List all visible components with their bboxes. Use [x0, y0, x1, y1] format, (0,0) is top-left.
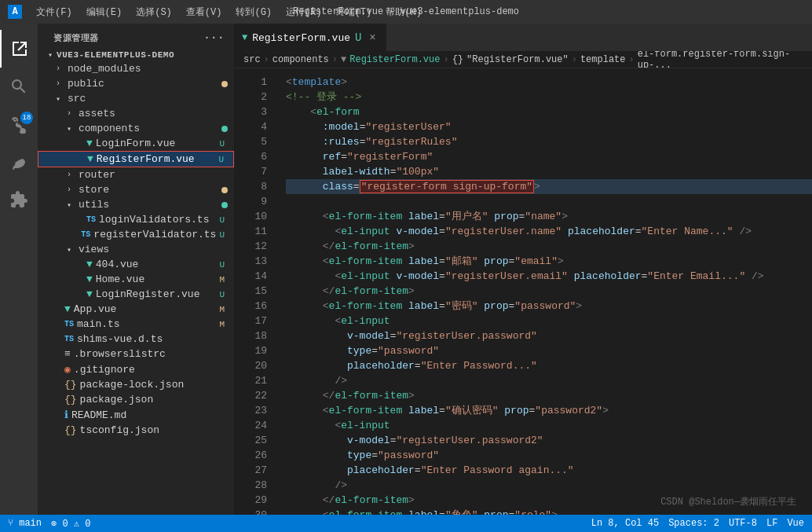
- tree-item-router[interactable]: ›router: [38, 167, 234, 182]
- tree-item-tsconfig.json[interactable]: {}tsconfig.json: [38, 423, 234, 438]
- tree-item-utils[interactable]: ▾utils: [38, 197, 234, 212]
- code-line: <!-- 登录 -->: [286, 90, 812, 105]
- file-label: Home.vue: [96, 273, 217, 285]
- code-line: :rules="registerRules": [286, 134, 812, 149]
- tree-item-assets[interactable]: ›assets: [38, 106, 234, 121]
- tree-item-Home.vue[interactable]: ▼Home.vueM: [38, 272, 234, 287]
- folder-arrow: ▾: [52, 94, 64, 104]
- git-badge: U: [216, 215, 228, 225]
- code-line: [286, 194, 812, 209]
- tree-item-src[interactable]: ▾src: [38, 91, 234, 106]
- code-editor[interactable]: <template><!-- 登录 --> <el-form :model="r…: [273, 68, 812, 515]
- file-label: package.json: [80, 394, 234, 405]
- window-title: RegisterForm.vue - vue3-elementplus-demo: [293, 6, 519, 17]
- git-badge: U: [216, 230, 228, 240]
- git-badge: U: [216, 139, 228, 149]
- code-line: <el-form-item label="确认密码" prop="passwor…: [286, 403, 812, 418]
- code-line: />: [286, 373, 812, 388]
- change-indicator: [221, 126, 228, 132]
- line-number: 2: [234, 90, 267, 105]
- tree-root[interactable]: ▾ VUE3-ELEMENTPLUS-DEMO: [38, 49, 234, 61]
- tree-item-store[interactable]: ›store: [38, 182, 234, 197]
- breadcrumb-template: template: [580, 54, 626, 65]
- menu-item[interactable]: 编辑(E): [80, 2, 129, 22]
- breadcrumb-file-icon: ▼: [341, 54, 346, 65]
- tree-item-views[interactable]: ▾views: [38, 242, 234, 257]
- tab-registerform[interactable]: ▼ RegisterForm.vue U ×: [234, 24, 386, 51]
- menu-item[interactable]: 转到(G): [229, 2, 278, 22]
- git-branch[interactable]: ⑂ main: [8, 518, 42, 529]
- tree-item-RegisterForm.vue[interactable]: ▼RegisterForm.vueU: [38, 151, 234, 167]
- tree-item-LoginRegister.vue[interactable]: ▼LoginRegister.vueU: [38, 287, 234, 302]
- spaces-indicator[interactable]: Spaces: 2: [668, 518, 719, 529]
- search-activity-icon[interactable]: [0, 68, 38, 105]
- tree-item-404.vue[interactable]: ▼404.vueU: [38, 257, 234, 272]
- explorer-activity-icon[interactable]: [0, 30, 38, 68]
- code-line: type="password": [286, 343, 812, 358]
- tree-item-LoginForm.vue[interactable]: ▼LoginForm.vueU: [38, 136, 234, 151]
- tree-item-README.md[interactable]: ℹREADME.md: [38, 407, 234, 423]
- sidebar: 资源管理器 ··· ▾ VUE3-ELEMENTPLUS-DEMO ›node_…: [38, 24, 234, 515]
- breadcrumb-selector: el-form.register-form.sign-up-...: [638, 51, 803, 68]
- menu-item[interactable]: 查看(V): [180, 2, 229, 22]
- line-number: 26: [234, 448, 267, 463]
- code-line: <template>: [286, 75, 812, 90]
- tree-item-package-lock.json[interactable]: {}package-lock.json: [38, 377, 234, 392]
- menu-item[interactable]: 文件(F): [30, 2, 79, 22]
- tree-item-shims-vue.d.ts[interactable]: TSshims-vue.d.ts: [38, 332, 234, 347]
- line-number: 10: [234, 209, 267, 224]
- file-type-icon: ℹ: [64, 409, 68, 421]
- tree-item-package.json[interactable]: {}package.json: [38, 392, 234, 407]
- root-arrow: ▾: [44, 50, 57, 60]
- tree-item-gitignore[interactable]: ◉.gitignore: [38, 361, 234, 377]
- sidebar-menu-button[interactable]: ···: [203, 31, 225, 44]
- tree-item-components[interactable]: ▾components: [38, 121, 234, 136]
- tree-item-registerValidator.ts[interactable]: TSregisterValidator.tsU: [38, 227, 234, 242]
- tree-item-browserslistrc[interactable]: ≡.browserslistrc: [38, 347, 234, 361]
- code-line: <el-form-item label="邮箱" prop="email">: [286, 254, 812, 269]
- code-line: <el-input v-model="registerUser.email" p…: [286, 269, 812, 284]
- tree-item-App.vue[interactable]: ▼App.vueM: [38, 302, 234, 317]
- extensions-activity-icon[interactable]: [0, 181, 38, 218]
- code-container: 1234567891011121314151617181920212223242…: [234, 68, 812, 515]
- tree-item-public[interactable]: ›public: [38, 76, 234, 91]
- tree-item-loginValidators.ts[interactable]: TSloginValidators.tsU: [38, 212, 234, 227]
- line-number: 28: [234, 478, 267, 493]
- line-number: 13: [234, 254, 267, 269]
- file-type-icon: TS: [81, 230, 90, 239]
- file-type-icon: {}: [64, 424, 77, 436]
- file-label: node_modules: [68, 63, 234, 75]
- folder-arrow: ›: [63, 171, 75, 179]
- change-indicator: [221, 202, 228, 208]
- root-label: VUE3-ELEMENTPLUS-DEMO: [57, 50, 234, 60]
- language-indicator[interactable]: Vue: [787, 518, 804, 529]
- line-number: 20: [234, 358, 267, 373]
- folder-arrow: ▾: [63, 124, 75, 134]
- line-number: 15: [234, 284, 267, 299]
- file-label: utils: [79, 199, 221, 211]
- folder-arrow: ▾: [63, 200, 75, 210]
- encoding-indicator[interactable]: UTF-8: [729, 518, 757, 529]
- file-type-icon: ◉: [64, 363, 71, 376]
- tree-item-node_modules[interactable]: ›node_modules: [38, 61, 234, 76]
- git-badge: M: [216, 275, 228, 284]
- cursor-position[interactable]: Ln 8, Col 45: [591, 518, 659, 529]
- source-control-activity-icon[interactable]: 18: [0, 105, 38, 143]
- tree-item-main.ts[interactable]: TSmain.tsM: [38, 317, 234, 332]
- code-line: <el-input: [286, 314, 812, 328]
- code-line: placeholder="Enter Password...": [286, 358, 812, 373]
- menu-item[interactable]: 选择(S): [130, 2, 178, 22]
- errors-indicator[interactable]: ⊗ 0 ⚠ 0: [51, 518, 90, 530]
- eol-indicator[interactable]: LF: [766, 518, 777, 529]
- code-line: class="register-form sign-up-form">: [286, 179, 812, 194]
- run-activity-icon[interactable]: [0, 143, 38, 181]
- file-type-icon: ▼: [86, 273, 93, 285]
- tab-close-button[interactable]: ×: [366, 31, 379, 44]
- line-number: 1: [234, 75, 267, 90]
- line-number: 12: [234, 239, 267, 254]
- folder-arrow: ›: [52, 64, 64, 73]
- line-number: 11: [234, 224, 267, 239]
- breadcrumb-bracket: {}: [452, 54, 463, 65]
- line-number: 22: [234, 388, 267, 403]
- line-number: 6: [234, 149, 267, 164]
